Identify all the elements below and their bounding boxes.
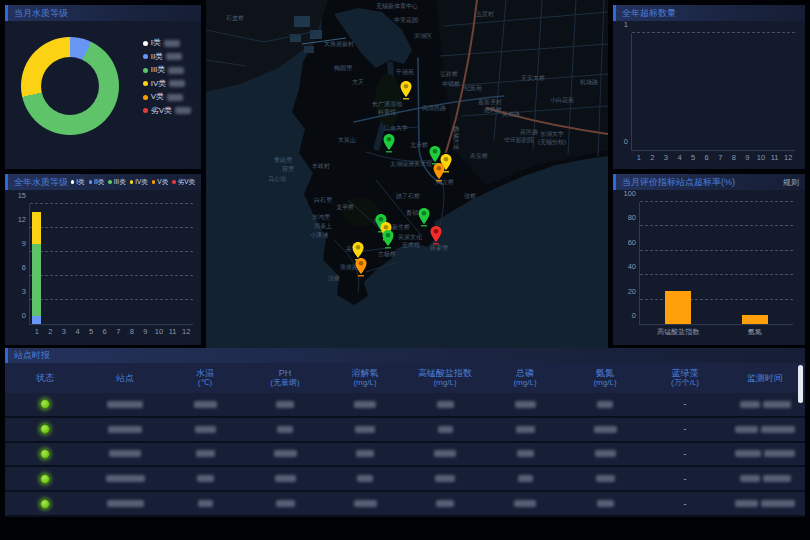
- status-icon: [40, 424, 50, 434]
- panel-title-annual-grade: 全年水质等级: [14, 176, 68, 189]
- censored-value: [514, 500, 536, 507]
- legend-item[interactable]: IV类: [143, 80, 191, 88]
- column-name: 状态: [5, 373, 85, 383]
- table-header-row: 状态站点水温(℃)PH(无量纲)溶解氧(mg/L)高锰酸盐指数(mg/L)总磷(…: [5, 363, 805, 393]
- table-cell: [5, 424, 85, 434]
- stacked-bar-segment[interactable]: [32, 244, 41, 316]
- censored-value: [276, 500, 295, 507]
- map-panel[interactable]: 石皮桥无锡新体育中心中亚花园滨湖区五星村大渔港新村梅园里方天千禧苑弘祥桥中锦桥天…: [206, 0, 608, 348]
- x-tick-label: 5: [89, 327, 93, 336]
- x-tick-label: 6: [705, 153, 709, 162]
- map-place-label: 吴区路: [520, 128, 538, 136]
- x-tick-label: 9: [745, 153, 749, 162]
- map-place-label: 江南大学: [384, 124, 408, 131]
- legend-item[interactable]: III类: [143, 66, 191, 74]
- table-cell: [5, 449, 85, 459]
- map-place-label: 天安大桥: [521, 74, 545, 81]
- censored-value: [198, 500, 213, 507]
- legend-item[interactable]: II类: [89, 178, 105, 187]
- table-scrollbar[interactable]: [798, 365, 803, 403]
- table-row[interactable]: -: [5, 418, 805, 443]
- map-canvas[interactable]: 石皮桥无锡新体育中心中亚花园滨湖区五星村大渔港新村梅园里方天千禧苑弘祥桥中锦桥天…: [206, 0, 608, 348]
- column-unit: (mg/L): [405, 378, 485, 388]
- legend-item[interactable]: I类: [143, 39, 191, 47]
- map-place-label: 寿安桥: [469, 152, 488, 159]
- legend-item[interactable]: V类: [143, 93, 191, 101]
- table-row[interactable]: -: [5, 443, 805, 468]
- legend-label: 劣V类: [151, 107, 172, 115]
- table-cell: -: [645, 499, 725, 509]
- table-cell: [725, 450, 805, 457]
- donut-legend: I类II类III类IV类V类劣V类: [143, 39, 191, 115]
- legend-dot-icon: [143, 95, 148, 100]
- stacked-bar-segment[interactable]: [32, 212, 41, 244]
- legend-item[interactable]: I类: [71, 178, 85, 187]
- table-cell: [165, 500, 245, 507]
- panel-header: 当月评价指标站点超标率(%) 规则: [613, 174, 805, 190]
- table-cell: -: [645, 424, 725, 434]
- column-name: 蓝绿藻: [645, 368, 725, 378]
- y-tick-label: 3: [22, 287, 26, 296]
- x-tick-label: 10: [757, 153, 765, 162]
- stacked-bar-segment[interactable]: [32, 316, 41, 324]
- legend-label: I类: [151, 39, 161, 47]
- table-header-cell: 蓝绿藻(万个/L): [645, 368, 725, 388]
- rate-bar[interactable]: [665, 291, 691, 324]
- table-cell: [5, 474, 85, 484]
- rules-link[interactable]: 规则: [783, 177, 799, 188]
- legend-dot-icon: [71, 180, 75, 184]
- column-unit: (℃): [165, 378, 245, 388]
- map-place-label: 白石里: [314, 196, 333, 204]
- map-place-label: 艺术馆: [402, 241, 420, 249]
- status-icon: [40, 399, 50, 409]
- map-place-label: 机场路: [580, 79, 598, 86]
- censored-value: [434, 450, 456, 457]
- table-cell: [565, 475, 645, 482]
- censored-value: [196, 450, 215, 457]
- legend-item[interactable]: III类: [108, 178, 125, 187]
- table-header-cell: PH(无量纲): [245, 368, 325, 388]
- censored-value: [195, 426, 216, 433]
- x-tick-label: 5: [691, 153, 695, 162]
- map-place-label: 华庄影剧院: [504, 136, 534, 144]
- y-tick-label: 60: [628, 237, 636, 246]
- legend-item[interactable]: IV类: [130, 178, 148, 187]
- legend-item[interactable]: II类: [143, 53, 191, 61]
- status-icon: [40, 474, 50, 484]
- table-cell: [165, 475, 245, 482]
- legend-label: V类: [151, 93, 164, 101]
- column-name: 水温: [165, 368, 245, 378]
- censored-value: [597, 500, 614, 507]
- map-place-label: 无锡新体育中心: [376, 2, 418, 10]
- legend-label: I类: [76, 178, 84, 187]
- map-building: [310, 30, 322, 39]
- legend-item[interactable]: 劣V类: [172, 178, 195, 187]
- x-tick-label: 2: [48, 327, 52, 336]
- map-place-label: 东湖大学: [540, 130, 564, 137]
- map-place-label: 嘉富圣村: [478, 98, 502, 106]
- legend-item[interactable]: 劣V类: [143, 107, 191, 115]
- gridline: [30, 203, 193, 204]
- x-tick-label: 4: [677, 153, 681, 162]
- table-cell: [245, 426, 325, 433]
- table-row[interactable]: -: [5, 467, 805, 492]
- censored-value: [107, 500, 144, 507]
- table-row[interactable]: -: [5, 492, 805, 517]
- table-row[interactable]: -: [5, 393, 805, 418]
- rate-bar[interactable]: [742, 315, 768, 324]
- map-place-label: 科普馆: [378, 108, 396, 116]
- column-unit: (万个/L): [645, 378, 725, 388]
- algae-value: -: [684, 499, 687, 509]
- legend-item[interactable]: V类: [152, 178, 168, 187]
- map-place-label: 羊岐村: [311, 163, 330, 170]
- censored-value: [763, 475, 791, 482]
- legend-label: V类: [157, 178, 168, 187]
- gridline: [30, 299, 193, 300]
- y-tick-label: 9: [22, 239, 26, 248]
- table-cell: [85, 401, 165, 408]
- censored-value: [164, 40, 180, 47]
- table-cell: [165, 450, 245, 457]
- gridline: [640, 225, 793, 226]
- censored-value: [595, 450, 616, 457]
- legend-dot-icon: [143, 54, 148, 59]
